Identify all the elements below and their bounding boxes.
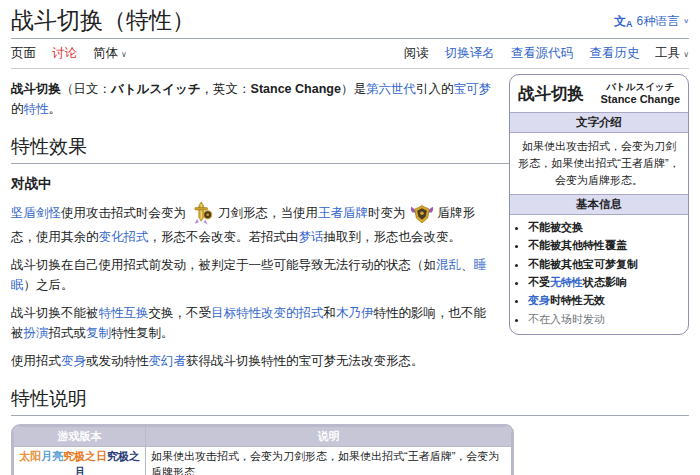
text-segment: ，英文： bbox=[201, 82, 251, 96]
text-segment: 战斗切换不能被 bbox=[11, 306, 99, 320]
tab-page[interactable]: 页面 bbox=[11, 45, 36, 62]
wiki-link[interactable]: 月亮 bbox=[41, 450, 63, 462]
article-content: 战斗切换 バトルスイッチ Stance Change 文字介绍 如果使出攻击招式… bbox=[11, 69, 689, 475]
wiki-link[interactable]: 变身 bbox=[528, 294, 550, 306]
wiki-link[interactable]: 第六世代 bbox=[366, 82, 416, 96]
wiki-link[interactable]: 变身 bbox=[61, 354, 86, 368]
column-header-description: 说明 bbox=[146, 427, 512, 447]
text-segment: 不能被交换 bbox=[528, 221, 583, 233]
infobox-basic-info-list: 不能被交换 不能被其他特性覆盖 不能被其他宝可梦复制 不受无特性状态影响 变身时… bbox=[510, 220, 686, 327]
wiki-link[interactable]: 复制 bbox=[86, 326, 111, 340]
wiki-link[interactable]: 目标特性改变的招式 bbox=[211, 306, 324, 320]
text-segment: 时特性无效 bbox=[550, 294, 605, 306]
text-segment: 、 bbox=[461, 258, 474, 272]
wiki-link[interactable]: 宝可梦 bbox=[453, 82, 491, 96]
text-segment: Stance Change bbox=[251, 82, 341, 96]
text-run: 刀剑形态，当使用王者盾牌时变为 bbox=[218, 207, 406, 221]
tab-group-left: 页面 讨论 简体∨ bbox=[11, 45, 127, 62]
text-segment: 使用招式 bbox=[11, 354, 61, 368]
text-segment: （日文： bbox=[61, 82, 111, 96]
infobox-names: バトルスイッチ Stance Change bbox=[601, 81, 680, 107]
infobox-flavor-text: 如果使出攻击招式，会变为刀剑形态，如果使出招式“王者盾牌”，会变为盾牌形态。 bbox=[510, 133, 688, 194]
wiki-link[interactable]: 变幻者 bbox=[149, 354, 187, 368]
ability-description-table: 游戏版本 说明 太阳月亮究极之日究极之月 如果使出攻击招式，会变为刀剑形态，如果… bbox=[11, 424, 514, 475]
text-segment: 抽取到，形态也会改变。 bbox=[324, 230, 462, 244]
text-segment: 不受 bbox=[528, 276, 550, 288]
ability-infobox: 战斗切换 バトルスイッチ Stance Change 文字介绍 如果使出攻击招式… bbox=[509, 74, 689, 334]
column-header-game-version: 游戏版本 bbox=[14, 427, 146, 447]
wiki-page: 战斗切换（特性） 文A 6种语言 ∨ 页面 讨论 简体∨ 阅读 切换译名 查看源… bbox=[0, 0, 700, 475]
aegislash-shield-forme-icon bbox=[409, 201, 435, 227]
battle-paragraph-4: 使用招式变身或发动特性变幻者获得战斗切换特性的宝可梦无法改变形态。 bbox=[11, 351, 689, 371]
wiki-link[interactable]: 特性 bbox=[24, 102, 49, 116]
infobox-title: 战斗切换 bbox=[518, 83, 584, 105]
text-run: 坚盾剑怪使用攻击招式时会变为 bbox=[11, 207, 186, 221]
tab-bar: 页面 讨论 简体∨ 阅读 切换译名 查看源代码 查看历史 工具∨ bbox=[11, 39, 689, 69]
table-row: 太阳月亮究极之日究极之月 如果使出攻击招式，会变为刀剑形态，如果使出招式“王者盾… bbox=[14, 447, 512, 475]
variant-selector[interactable]: 简体∨ bbox=[93, 45, 127, 62]
infobox-section-text-intro: 文字介绍 bbox=[510, 112, 688, 133]
infobox-section-basic-info: 基本信息 bbox=[510, 194, 688, 215]
infobox-japanese-name: バトルスイッチ bbox=[601, 81, 680, 93]
wiki-link[interactable]: 太阳 bbox=[19, 450, 41, 462]
list-item: 不受无特性状态影响 bbox=[528, 275, 686, 290]
text-segment: 刀剑形态，当使用 bbox=[218, 207, 318, 221]
table-header-row: 游戏版本 说明 bbox=[14, 427, 512, 447]
text-segment: 。 bbox=[49, 102, 62, 116]
chevron-down-icon: ∨ bbox=[683, 18, 689, 25]
text-segment: 状态影响 bbox=[583, 276, 627, 288]
wiki-link[interactable]: 变化招式 bbox=[99, 230, 149, 244]
text-segment: 和 bbox=[324, 306, 337, 320]
text-segment: バトルスイッチ bbox=[111, 82, 201, 96]
tab-view-source[interactable]: 查看源代码 bbox=[511, 45, 574, 62]
wiki-link[interactable]: 梦话 bbox=[299, 230, 324, 244]
text-segment: ）是 bbox=[341, 82, 366, 96]
chevron-down-icon: ∨ bbox=[683, 50, 689, 59]
text-segment: 不能被其他特性覆盖 bbox=[528, 239, 627, 251]
wiki-link[interactable]: 无特性 bbox=[550, 276, 583, 288]
infobox-title-row: 战斗切换 バトルスイッチ Stance Change bbox=[510, 75, 688, 112]
infobox-english-name: Stance Change bbox=[601, 93, 680, 107]
tab-talk[interactable]: 讨论 bbox=[52, 45, 77, 62]
tools-menu[interactable]: 工具∨ bbox=[655, 45, 689, 62]
tab-group-right: 阅读 切换译名 查看源代码 查看历史 工具∨ bbox=[404, 45, 689, 62]
description-cell: 如果使出攻击招式，会变为刀剑形态，如果使出招式“王者盾牌”，会变为盾牌形态。 bbox=[146, 447, 512, 475]
tab-read[interactable]: 阅读 bbox=[404, 45, 429, 62]
text-segment: 的 bbox=[11, 102, 24, 116]
wiki-link[interactable]: 混乱 bbox=[436, 258, 461, 272]
tab-switch-name[interactable]: 切换译名 bbox=[445, 45, 495, 62]
text-segment: ）之后。 bbox=[24, 278, 74, 292]
text-segment: 不能被其他宝可梦复制 bbox=[528, 258, 638, 270]
tab-view-history[interactable]: 查看历史 bbox=[589, 45, 639, 62]
list-item: 不在入场时发动 bbox=[528, 312, 686, 327]
text-segment: 或发动特性 bbox=[86, 354, 149, 368]
wiki-link[interactable]: 究极之日 bbox=[63, 450, 107, 462]
chevron-down-icon: ∨ bbox=[121, 50, 127, 59]
wiki-link[interactable]: 王者盾牌 bbox=[318, 207, 368, 221]
text-segment: 战斗切换在自己使用招式前发动，被判定于一些可能导致无法行动的状态（如 bbox=[11, 258, 436, 272]
list-item: 不能被其他宝可梦复制 bbox=[528, 257, 686, 272]
text-segment: 交换，不受 bbox=[149, 306, 212, 320]
text-segment: 引入的 bbox=[416, 82, 454, 96]
text-segment: 招式或 bbox=[49, 326, 87, 340]
text-segment: 使用攻击招式时会变为 bbox=[61, 207, 186, 221]
language-count-label: 6种语言 bbox=[636, 13, 679, 30]
text-segment: 特性复制。 bbox=[111, 326, 174, 340]
language-selector[interactable]: 文A 6种语言 ∨ bbox=[614, 13, 689, 33]
list-item: 变身时特性无效 bbox=[528, 293, 686, 308]
text-segment: 战斗切换 bbox=[11, 82, 61, 96]
game-version-cell: 太阳月亮究极之日究极之月 bbox=[14, 447, 146, 475]
aegislash-blade-forme-icon bbox=[189, 201, 215, 227]
page-header: 战斗切换（特性） 文A 6种语言 ∨ bbox=[11, 8, 689, 39]
list-item: 不能被其他特性覆盖 bbox=[528, 238, 686, 253]
page-title: 战斗切换（特性） bbox=[11, 8, 195, 33]
wiki-link[interactable]: 木乃伊 bbox=[336, 306, 374, 320]
text-segment: 获得战斗切换特性的宝可梦无法改变形态。 bbox=[186, 354, 424, 368]
wiki-link[interactable]: 坚盾剑怪 bbox=[11, 207, 61, 221]
wiki-link[interactable]: 特性互换 bbox=[99, 306, 149, 320]
section-heading-description: 特性说明 bbox=[11, 386, 689, 416]
list-item: 不能被交换 bbox=[528, 220, 686, 235]
wiki-link[interactable]: 扮演 bbox=[24, 326, 49, 340]
language-icon: 文A bbox=[614, 13, 633, 30]
text-segment: 不在入场时发动 bbox=[528, 313, 605, 325]
